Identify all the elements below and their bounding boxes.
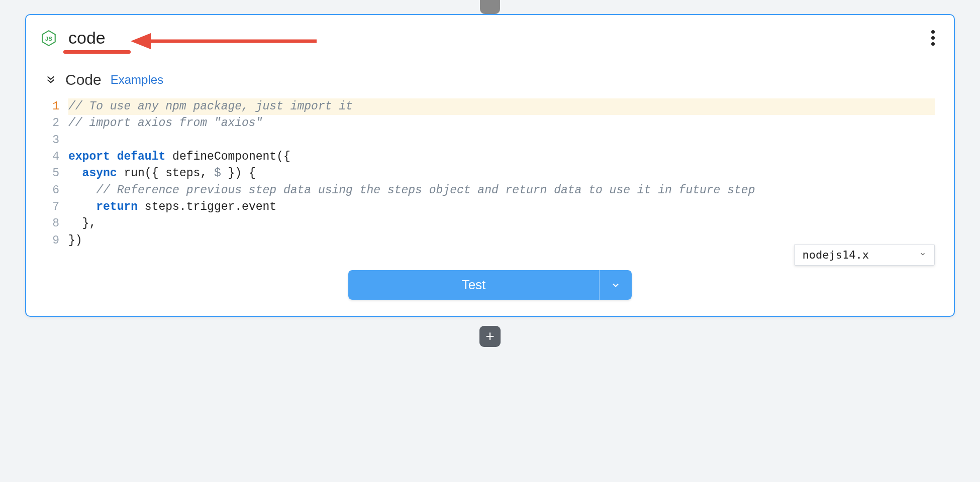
add-step-button[interactable]: + [479, 326, 501, 347]
code-content: async run({ steps, $ }) { [68, 165, 935, 182]
chevron-down-icon [919, 250, 926, 260]
code-line[interactable]: 2// import axios from "axios" [45, 115, 935, 132]
code-editor[interactable]: 1// To use any npm package, just import … [26, 95, 954, 261]
runtime-selector[interactable]: nodejs14.x [794, 244, 935, 266]
code-content: export default defineComponent({ [68, 149, 935, 165]
test-button[interactable]: Test [348, 270, 632, 300]
runtime-value: nodejs14.x [803, 249, 869, 261]
code-line[interactable]: 6 // Reference previous step data using … [45, 182, 935, 199]
code-line[interactable]: 3 [45, 132, 935, 149]
code-content: // Reference previous step data using th… [68, 182, 935, 199]
test-button-dropdown[interactable] [600, 270, 632, 300]
section-title: Code [65, 71, 102, 88]
code-step-card: JS code Code Examples 1// To use any npm… [25, 14, 955, 317]
line-number: 8 [45, 215, 59, 232]
line-number: 2 [45, 115, 59, 132]
card-header: JS code [26, 15, 954, 61]
line-number: 4 [45, 149, 59, 165]
test-button-container: Test [26, 261, 954, 316]
code-line[interactable]: 7 return steps.trigger.event [45, 199, 935, 215]
code-content [68, 132, 935, 149]
code-line[interactable]: 1// To use any npm package, just import … [45, 98, 935, 115]
code-line[interactable]: 5 async run({ steps, $ }) { [45, 165, 935, 182]
line-number: 5 [45, 165, 59, 182]
section-header: Code Examples [26, 61, 954, 95]
code-line[interactable]: 8 }, [45, 215, 935, 232]
line-number: 6 [45, 182, 59, 199]
line-number: 3 [45, 132, 59, 149]
nodejs-icon: JS [40, 30, 57, 47]
test-button-label[interactable]: Test [348, 270, 600, 300]
code-content: // import axios from "axios" [68, 115, 935, 132]
annotation-underline [63, 50, 131, 54]
top-connector [480, 0, 500, 14]
annotation-arrow [131, 31, 322, 51]
code-content: // To use any npm package, just import i… [68, 98, 935, 115]
collapse-icon[interactable] [45, 73, 56, 86]
code-content: return steps.trigger.event [68, 199, 935, 215]
kebab-menu-button[interactable] [926, 25, 940, 51]
svg-text:JS: JS [45, 35, 52, 42]
code-line[interactable]: 4export default defineComponent({ [45, 149, 935, 165]
svg-marker-2 [131, 33, 151, 49]
code-content: }, [68, 215, 935, 232]
line-number: 1 [45, 98, 59, 115]
step-name[interactable]: code [68, 28, 106, 48]
line-number: 7 [45, 199, 59, 215]
line-number: 9 [45, 232, 59, 249]
examples-link[interactable]: Examples [111, 73, 163, 87]
